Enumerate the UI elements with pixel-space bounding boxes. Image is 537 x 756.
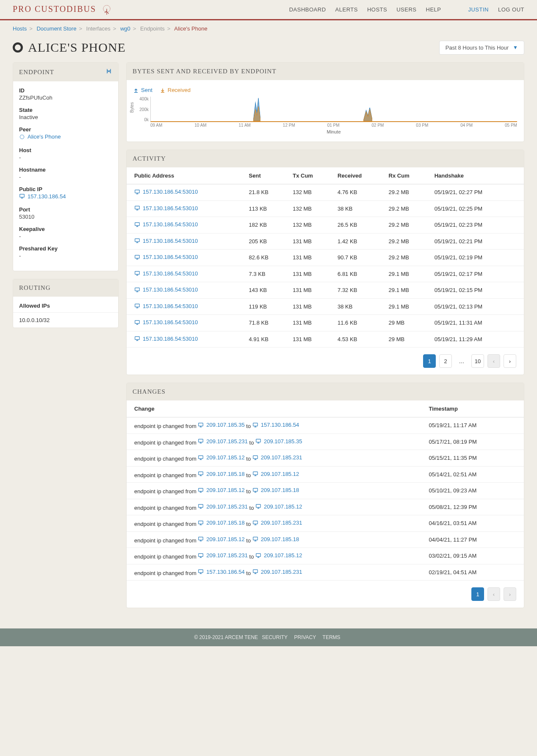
activity-address-link[interactable]: 157.130.186.54:53010	[134, 254, 198, 260]
svg-rect-18	[253, 456, 258, 459]
change-to-ip[interactable]: 209.107.185.18	[252, 487, 299, 493]
activity-address-link[interactable]: 157.130.186.54:53010	[134, 205, 198, 211]
next-page[interactable]: ›	[504, 354, 516, 368]
activity-address-link[interactable]: 157.130.186.54:53010	[134, 270, 198, 277]
nav-users[interactable]: USERS	[396, 6, 416, 13]
crumb-document-store[interactable]: Document Store	[36, 25, 76, 32]
changes-col: Change	[127, 400, 424, 417]
change-to-ip[interactable]: 209.107.185.231	[252, 520, 302, 526]
svg-rect-8	[135, 271, 140, 274]
bytes-chart: Bytes 400k200k0k 09 AM10 AM11 AM12 PM01 …	[150, 97, 517, 135]
field-label-hostname: Hostname	[19, 167, 112, 173]
activity-row: 157.130.186.54:53010 82.6 KB131 MB 90.7 …	[127, 250, 524, 266]
activity-col: Sent	[245, 167, 289, 184]
change-to-ip[interactable]: 209.107.185.18	[252, 536, 299, 542]
page-1[interactable]: 1	[423, 354, 436, 368]
activity-row: 157.130.186.54:53010 182 KB132 MB 26.5 K…	[127, 217, 524, 233]
public-ip-link[interactable]: 157.130.186.54	[19, 193, 66, 200]
activity-row: 157.130.186.54:53010 71.8 KB131 MB 11.6 …	[127, 315, 524, 331]
crumb-hosts[interactable]: Hosts	[13, 25, 27, 32]
svg-rect-28	[253, 537, 258, 540]
change-row: endpoint ip changed from 209.107.185.35 …	[127, 417, 524, 434]
activity-row: 157.130.186.54:53010 113 KB132 MB 38 KB2…	[127, 200, 524, 217]
edit-endpoint-icon[interactable]	[105, 68, 112, 76]
activity-table: Public AddressSentTx CumReceivedRx CumHa…	[127, 167, 524, 347]
change-from-ip[interactable]: 209.107.185.18	[198, 471, 244, 477]
footer-security[interactable]: SECURITY	[262, 634, 288, 640]
activity-address-link[interactable]: 157.130.186.54:53010	[134, 319, 198, 325]
activity-col: Received	[333, 167, 385, 184]
change-row: endpoint ip changed from 209.107.185.12 …	[127, 450, 524, 467]
svg-rect-32	[253, 570, 258, 573]
footer-terms[interactable]: TERMS	[323, 634, 340, 640]
change-from-ip[interactable]: 209.107.185.12	[198, 487, 244, 493]
nav-alerts[interactable]: ALERTS	[335, 6, 358, 13]
changes-panel-title: CHANGES	[133, 388, 166, 395]
change-from-ip[interactable]: 209.107.185.12	[198, 454, 244, 461]
prev-page: ‹	[487, 587, 500, 601]
nav-logout[interactable]: LOG OUT	[498, 6, 524, 13]
change-from-ip[interactable]: 209.107.185.231	[198, 503, 248, 510]
nav-hosts[interactable]: HOSTS	[367, 6, 387, 13]
crumb-wg0[interactable]: wg0	[120, 25, 130, 32]
change-to-ip[interactable]: 209.107.185.231	[252, 454, 302, 461]
peer-link[interactable]: Alice's Phone	[19, 133, 61, 140]
svg-rect-25	[199, 521, 203, 524]
footer: © 2019-2021 ARCEM TENE SECURITY PRIVACY …	[0, 628, 537, 646]
brand-logo[interactable]: PRO CUSTODIBUS	[13, 4, 113, 16]
field-label-state: State	[19, 107, 112, 113]
activity-pager: 12…10‹›	[127, 347, 524, 375]
change-from-ip[interactable]: 209.107.185.18	[198, 520, 244, 526]
change-from-ip[interactable]: 209.107.185.231	[198, 552, 248, 559]
activity-address-link[interactable]: 157.130.186.54:53010	[134, 189, 198, 195]
svg-rect-29	[199, 553, 203, 556]
changes-col: Timestamp	[424, 400, 524, 417]
page-2[interactable]: 2	[439, 354, 452, 368]
legend-sent[interactable]: Sent	[133, 87, 152, 93]
change-from-ip[interactable]: 209.107.185.35	[198, 422, 244, 428]
change-to-ip[interactable]: 209.107.185.12	[252, 471, 299, 477]
nav-current-user[interactable]: JUSTIN	[468, 6, 489, 13]
activity-address-link[interactable]: 157.130.186.54:53010	[134, 286, 198, 293]
activity-row: 157.130.186.54:53010 21.8 KB132 MB 4.76 …	[127, 184, 524, 201]
activity-col: Tx Cum	[288, 167, 333, 184]
change-to-ip[interactable]: 209.107.185.12	[255, 552, 302, 559]
tree-icon	[101, 4, 113, 16]
field-label-peer: Peer	[19, 126, 112, 133]
activity-row: 157.130.186.54:53010 4.91 KB131 MB 4.53 …	[127, 331, 524, 347]
change-from-ip[interactable]: 209.107.185.12	[198, 536, 244, 542]
activity-col: Handshake	[430, 167, 524, 184]
legend-received[interactable]: Received	[160, 87, 191, 93]
change-to-ip[interactable]: 157.130.186.54	[252, 422, 299, 428]
svg-rect-5	[135, 222, 140, 225]
changes-table: ChangeTimestamp endpoint ip changed from…	[127, 400, 524, 581]
change-to-ip[interactable]: 209.107.185.231	[252, 569, 302, 575]
page-1[interactable]: 1	[471, 587, 484, 601]
svg-rect-26	[253, 521, 258, 524]
page-10[interactable]: 10	[471, 354, 484, 368]
activity-address-link[interactable]: 157.130.186.54:53010	[134, 238, 198, 244]
field-label-id: ID	[19, 87, 112, 94]
activity-row: 157.130.186.54:53010 7.3 KB131 MB 6.81 K…	[127, 266, 524, 282]
field-value-host: -	[19, 154, 21, 161]
svg-rect-17	[199, 456, 203, 459]
activity-address-link[interactable]: 157.130.186.54:53010	[134, 303, 198, 309]
nav-help[interactable]: HELP	[426, 6, 441, 13]
svg-rect-23	[199, 504, 203, 507]
activity-address-link[interactable]: 157.130.186.54:53010	[134, 221, 198, 228]
svg-rect-10	[135, 304, 140, 307]
nav-dashboard[interactable]: DASHBOARD	[289, 6, 326, 13]
footer-privacy[interactable]: PRIVACY	[294, 634, 316, 640]
change-row: endpoint ip changed from 209.107.185.12 …	[127, 483, 524, 499]
svg-rect-22	[253, 488, 258, 491]
svg-rect-6	[135, 239, 140, 242]
change-to-ip[interactable]: 209.107.185.35	[255, 438, 302, 445]
change-from-ip[interactable]: 209.107.185.231	[198, 438, 248, 445]
field-label-psk: Preshared Key	[19, 245, 112, 252]
activity-address-link[interactable]: 157.130.186.54:53010	[134, 336, 198, 342]
change-row: endpoint ip changed from 209.107.185.18 …	[127, 515, 524, 532]
change-from-ip[interactable]: 157.130.186.54	[198, 569, 244, 575]
change-to-ip[interactable]: 209.107.185.12	[255, 503, 302, 510]
time-range-select[interactable]: Past 8 Hours to This Hour ▼	[439, 41, 524, 55]
field-value-port: 53010	[19, 214, 34, 220]
